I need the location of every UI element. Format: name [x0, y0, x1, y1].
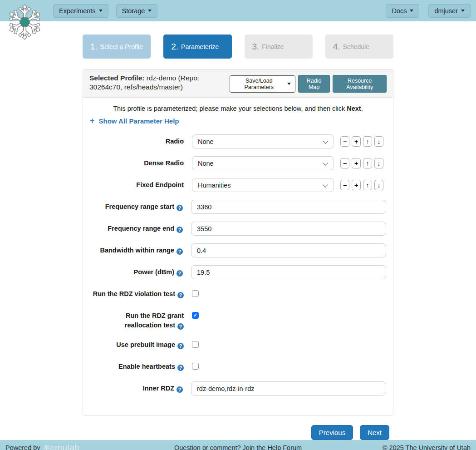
selected-profile-title: Selected Profile: rdz-demo (Repo: 30264c…: [89, 74, 230, 92]
show-all-parameter-help-link[interactable]: + Show All Parameter Help: [90, 117, 179, 125]
parameter-control-cell: [192, 309, 386, 330]
move-up-button[interactable]: ↑: [363, 158, 372, 168]
move-down-button[interactable]: ↓: [374, 158, 383, 168]
parameter-label: Use prebuilt image: [116, 341, 175, 348]
parameter-label: Radio: [166, 138, 184, 145]
instructions-suffix: .: [361, 105, 363, 112]
move-down-button[interactable]: ↓: [374, 180, 383, 190]
parameter-control-cell: [192, 360, 386, 374]
parameter-checkbox[interactable]: [192, 341, 199, 348]
docs-menu-label: Docs: [392, 7, 407, 15]
step-schedule: 4. Schedule: [325, 35, 393, 59]
help-icon[interactable]: [177, 365, 184, 371]
parameter-checkbox[interactable]: [192, 312, 199, 319]
parameter-select[interactable]: None: [192, 156, 334, 170]
form-row-enable-heartbeats: Enable heartbeats: [90, 360, 386, 374]
form-row-fixed-endpoint: Fixed EndpointHumanities−+↑↓: [90, 178, 386, 192]
remove-button[interactable]: −: [340, 180, 349, 190]
step-label: Parameterize: [181, 43, 219, 50]
move-up-button[interactable]: ↑: [363, 136, 372, 147]
parameter-control-cell: [192, 287, 386, 301]
stepper-button-group: −+↑↓: [340, 136, 383, 147]
parameter-checkbox[interactable]: [192, 290, 199, 297]
remove-button[interactable]: −: [340, 158, 349, 168]
wizard-steps: 1. Select a Profile 2. Parameterize 3. F…: [83, 35, 393, 59]
help-icon[interactable]: [177, 248, 183, 255]
user-menu-button[interactable]: dmjuser: [428, 4, 471, 18]
parameter-label-cell: Fixed Endpoint: [90, 178, 184, 192]
parameter-label-cell: Power (dBm): [90, 265, 183, 279]
parameter-control-cell: None−+↑↓: [192, 156, 386, 170]
parameter-text-input[interactable]: [191, 243, 386, 257]
step-number: 3.: [252, 42, 260, 52]
help-icon[interactable]: [177, 323, 184, 330]
save-load-label: Save/Load Parameters: [234, 78, 284, 90]
storage-menu-button[interactable]: Storage: [116, 4, 158, 18]
instructions-text: This profile is parameterized; please ma…: [90, 105, 386, 112]
chevron-down-icon: [99, 10, 103, 12]
form-row-frequency-range-start: Frequency range start: [90, 200, 386, 214]
chevron-down-icon: [287, 83, 291, 85]
parameter-control-cell: Humanities−+↑↓: [192, 178, 386, 192]
main-content: 1. Select a Profile 2. Parameterize 3. F…: [0, 21, 476, 440]
select-value: Humanities: [198, 182, 231, 189]
previous-button[interactable]: Previous: [311, 425, 353, 440]
step-select-profile[interactable]: 1. Select a Profile: [83, 35, 151, 59]
powder-logo[interactable]: [5, 3, 44, 41]
panel-body: This profile is parameterized; please ma…: [83, 98, 393, 415]
parameter-control-cell: [191, 243, 386, 257]
help-icon[interactable]: [177, 205, 183, 211]
help-icon[interactable]: [177, 292, 184, 298]
parameter-label-cell: Bandwidth within range: [90, 243, 183, 257]
parameter-text-input[interactable]: [191, 265, 386, 279]
form-row-radio: RadioNone−+↑↓: [90, 134, 386, 148]
experiments-menu-button[interactable]: Experiments: [53, 4, 108, 18]
parameter-label-cell: Inner RDZ: [90, 381, 183, 396]
select-value: None: [198, 160, 214, 167]
radio-map-button[interactable]: Radio Map: [298, 75, 330, 93]
parameter-text-input[interactable]: [191, 222, 386, 236]
wizard-actions: Previous Next: [83, 425, 393, 440]
save-load-parameters-dropdown[interactable]: Save/Load Parameters: [230, 75, 295, 93]
parameter-control-cell: [191, 381, 386, 396]
stepper-button-group: −+↑↓: [340, 180, 383, 190]
parameter-text-input[interactable]: [191, 200, 386, 214]
parameter-label-cell: Frequency range end: [90, 222, 183, 236]
instructions-next-word: Next: [347, 105, 361, 112]
chevron-down-icon: [148, 10, 152, 12]
step-number: 2.: [171, 42, 178, 52]
parameter-select[interactable]: None: [192, 134, 334, 148]
move-down-button[interactable]: ↓: [374, 136, 383, 147]
parameter-text-input[interactable]: [191, 381, 386, 396]
parameter-label-cell: Run the RDZ grant reallocation test: [90, 309, 184, 330]
form-row-inner-rdz: Inner RDZ: [90, 381, 386, 396]
parameter-control-cell: [192, 338, 386, 352]
chevron-down-icon: [410, 10, 413, 12]
parameter-checkbox[interactable]: [192, 363, 199, 370]
storage-menu-label: Storage: [122, 7, 145, 15]
footer-help-forum-link[interactable]: Question or comment? Join the Help Forum: [174, 444, 302, 450]
help-icon[interactable]: [177, 227, 183, 233]
add-button[interactable]: +: [352, 158, 361, 168]
next-button[interactable]: Next: [360, 425, 389, 440]
emulab-brand[interactable]: emulab: [50, 443, 79, 450]
panel-header: Selected Profile: rdz-demo (Repo: 30264c…: [83, 69, 393, 98]
remove-button[interactable]: −: [340, 136, 349, 147]
navbar-left-group: Experiments Storage: [53, 4, 157, 18]
parameter-label-cell: Enable heartbeats: [90, 360, 184, 374]
move-up-button[interactable]: ↑: [363, 180, 372, 190]
parameter-select[interactable]: Humanities: [192, 178, 334, 192]
help-icon[interactable]: [177, 386, 183, 393]
resource-availability-button[interactable]: Resource Availability: [333, 75, 387, 93]
page-footer: Powered by ✻ emulab Question or comment?…: [0, 440, 476, 450]
parameterize-panel: Selected Profile: rdz-demo (Repo: 30264c…: [83, 69, 393, 415]
add-button[interactable]: +: [352, 136, 361, 147]
parameter-label: Fixed Endpoint: [136, 181, 184, 188]
help-icon[interactable]: [177, 270, 183, 277]
step-label: Select a Profile: [100, 43, 143, 50]
step-number: 1.: [90, 42, 98, 52]
add-button[interactable]: +: [352, 180, 361, 190]
stepper-button-group: −+↑↓: [340, 158, 383, 168]
help-icon[interactable]: [177, 343, 184, 349]
docs-menu-button[interactable]: Docs: [386, 4, 419, 18]
